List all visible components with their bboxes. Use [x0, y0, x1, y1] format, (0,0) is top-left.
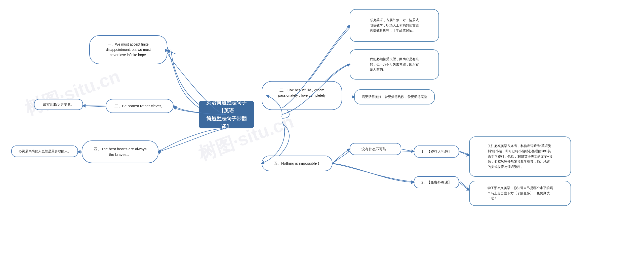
sub-detail-free[interactable]: 学了那么久英语，你知道自己是哪个水平的吗 ？马上点击左下方【了解更多】，免费测试… [469, 181, 571, 206]
center-node[interactable]: 英语简短励志句子【英语 简短励志句子带翻译】 [199, 101, 254, 128]
branch-5-label: 五、Nothing is impossible！ [274, 161, 321, 166]
watermark-1: 树图·situ.cn [22, 64, 124, 121]
svg-line-1 [174, 107, 175, 107]
sub-detail-gift-text: 关注必克英语头条号，私信发送暗号"英语资 料"给小编，即可获得小编精心整理的20… [488, 143, 552, 170]
branch-1-label: 一、We must accept finite disappointment, … [106, 42, 151, 58]
mid-detail-text: 我们必须接受失望，因为它是有限 的，但千万不可失去希望，因为它 是无穷的。 [370, 57, 419, 72]
sub-label-gift[interactable]: 1、【资料大礼包】 [414, 145, 459, 158]
sub-label-impossible[interactable]: 没有什么不可能！ [350, 143, 401, 155]
branch-4-label: 四、The best hearts are always the bravest… [94, 146, 146, 158]
canvas: 树图·situ.cn 树图·situ.cn 英语简短励志句子【英语 简短励志句子… [0, 0, 644, 255]
sub-label-gift-text: 1、【资料大礼包】 [421, 149, 452, 154]
sub-label-impossible-text: 没有什么不可能！ [361, 147, 390, 152]
branch-3-label: 三、 Live beautifully，dream passionately，l… [278, 88, 326, 103]
svg-line-0 [168, 51, 176, 54]
branch-2-label: 二、Be honest rather clever。 [114, 103, 165, 109]
sub-detail-gift[interactable]: 关注必克英语头条号，私信发送暗号"英语资 料"给小编，即可获得小编精心整理的20… [469, 136, 571, 177]
right3-node[interactable]: 活要活得美好，梦要梦得热烈，爱要爱得完整 [354, 89, 435, 104]
center-node-label: 英语简短励志句子【英语 简短励志句子带翻译】 [203, 98, 250, 131]
sub-detail-free-text: 学了那么久英语，你知道自己是哪个水平的吗 ？马上点击左下方【了解更多】，免费测试… [488, 186, 553, 201]
branch-node-4[interactable]: 四、The best hearts are always the bravest… [82, 140, 158, 163]
small-label-1-text: 诚实比聪明更要紧。 [43, 102, 74, 107]
branch-node-2[interactable]: 二、Be honest rather clever。 [106, 99, 174, 113]
right3-text: 活要活得美好，梦要梦得热烈，爱要爱得完整 [362, 94, 427, 100]
branch-node-1[interactable]: 一、We must accept finite disappointment, … [89, 35, 167, 64]
top-detail-node[interactable]: 必克英语，专属外教一对一情景式 电话教学，职场人士和妈妈们首选 英语教育机构，十… [350, 9, 439, 42]
small-label-2[interactable]: 心灵最高尚的人也总是最勇敢的人。 [11, 145, 78, 157]
mid-detail-node[interactable]: 我们必须接受失望，因为它是有限 的，但千万不可失去希望，因为它 是无穷的。 [350, 49, 439, 80]
sub-label-free-text: 2、【免费外教课】 [421, 180, 452, 185]
small-label-2-text: 心灵最高尚的人也总是最勇敢的人。 [19, 149, 71, 154]
sub-label-free[interactable]: 2、【免费外教课】 [414, 176, 459, 188]
branch-node-5[interactable]: 五、Nothing is impossible！ [262, 156, 333, 171]
top-detail-text: 必克英语，专属外教一对一情景式 电话教学，职场人士和妈妈们首选 英语教育机构，十… [370, 18, 419, 33]
branch-node-3[interactable]: 三、 Live beautifully，dream passionately，l… [262, 81, 342, 110]
small-label-1[interactable]: 诚实比聪明更要紧。 [34, 99, 83, 110]
